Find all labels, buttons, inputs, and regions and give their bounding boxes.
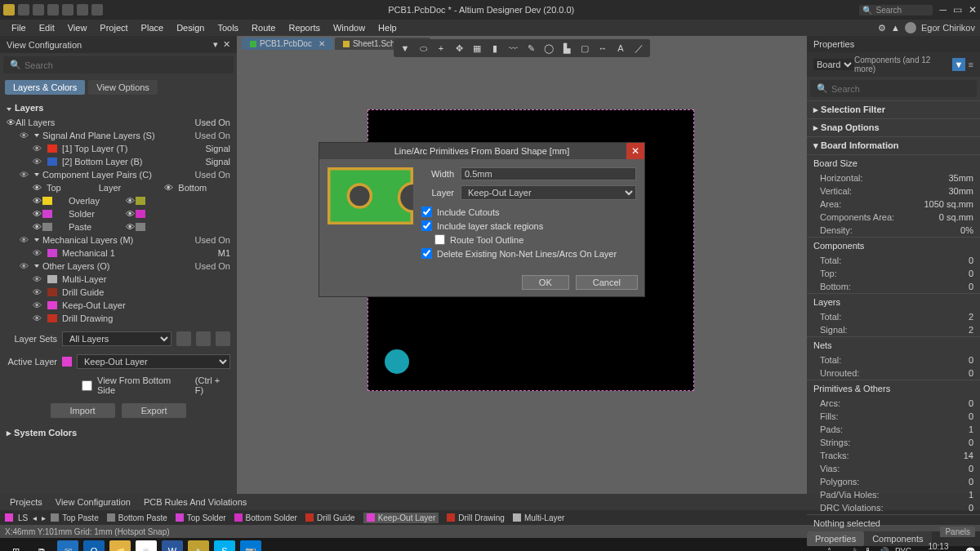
tool-plus-icon[interactable]: + [434,42,448,55]
maximize-button[interactable]: ▭ [953,4,962,16]
tray-notifications-icon[interactable]: 💬 [965,547,975,552]
bottom-tab[interactable]: View Configuration [51,495,136,509]
menu-help[interactable]: Help [372,23,403,33]
tool-text-icon[interactable]: A [614,42,627,55]
export-button[interactable]: Export [122,403,187,418]
layerbar-item[interactable]: Drill Guide [305,513,355,523]
layer-row[interactable]: 👁Drill Guide [7,286,230,299]
start-button[interactable]: ⊞ [5,540,26,551]
layerset-refresh-icon[interactable] [176,331,191,346]
tool-align-icon[interactable]: ▦ [470,42,483,55]
menu-view[interactable]: View [61,23,94,33]
layerbar-right-icon[interactable]: ▸ [42,513,46,522]
layerbar-item[interactable]: Top Paste [51,513,98,523]
object-type-select[interactable]: Board [813,59,854,70]
menu-edit[interactable]: Edit [33,23,61,33]
ok-button[interactable]: OK [522,275,569,290]
layerbar-item[interactable]: Keep-Out Layer [363,513,439,523]
delete-existing-checkbox[interactable] [421,248,432,259]
dialog-close-button[interactable]: ✕ [626,143,644,159]
tool-box-icon[interactable]: ▢ [578,42,591,55]
layerbar-item[interactable]: Drill Drawing [447,513,505,523]
layer-search[interactable]: 🔍 [3,56,234,73]
layerbar-item[interactable]: Top Solder [176,513,226,523]
board-info-section[interactable]: ▾ Board Information [807,136,980,154]
gear-icon[interactable]: ⚙ [878,23,886,33]
layerbar-item[interactable]: Bottom Solder [234,513,297,523]
dialog-title-bar[interactable]: Line/Arc Primitives From Board Shape [mm… [319,143,644,159]
config-tab[interactable]: View Options [88,80,158,95]
tool-draw-icon[interactable]: ✎ [524,42,537,55]
menu-tools[interactable]: Tools [211,23,245,33]
layer-row[interactable]: 👁[2] Bottom Layer (B)Signal [7,155,230,168]
tray-cloud-icon[interactable]: ☁ [838,547,846,552]
redo-icon[interactable] [91,4,103,16]
layer-sets-select[interactable]: All Layers [62,331,172,346]
properties-search-input[interactable] [831,84,970,94]
layer-search-input[interactable] [24,60,227,70]
layer-row[interactable]: 👁Drill Drawing [7,312,230,325]
menu-window[interactable]: Window [327,23,372,33]
tool-line-icon[interactable]: ／ [632,42,645,55]
active-layer-select[interactable]: Keep-Out Layer [77,354,230,369]
new-icon[interactable] [47,4,59,16]
layer-row[interactable]: 👁[1] Top Layer (T)Signal [7,142,230,155]
layerbar-item[interactable]: Multi-Layer [513,513,564,523]
open-icon[interactable] [33,4,44,16]
menu-project[interactable]: Project [93,23,134,33]
layerbar-left-icon[interactable]: ◂ [33,513,37,522]
tool-select-icon[interactable]: ▼ [399,42,412,55]
layerset-delete-icon[interactable] [216,331,230,346]
tray-up-icon[interactable]: ˄ [827,547,831,552]
minimize-button[interactable]: ─ [939,4,947,16]
altium-icon[interactable]: ◗ [188,540,209,551]
notification-icon[interactable]: ▲ [891,23,900,33]
component-layer-group[interactable]: Component Layer Pairs (C) [42,170,152,180]
menu-file[interactable]: File [5,23,33,33]
route-tool-outline-checkbox[interactable] [434,234,445,245]
print-icon[interactable] [62,4,74,16]
filter-icon[interactable]: ▼ [952,58,964,71]
chrome-icon[interactable]: ◉ [136,540,157,551]
camera-icon[interactable]: 📷 [240,540,261,551]
tool-layer-icon[interactable]: ▮ [488,42,501,55]
properties-search[interactable]: 🔍 [810,80,977,97]
taskview-icon[interactable]: ⧉ [31,540,52,551]
tool-circle-icon[interactable]: ◯ [542,42,555,55]
layer-row[interactable]: 👁Mechanical 1M1 [7,247,230,260]
import-button[interactable]: Import [51,403,115,418]
tool-graph-icon[interactable]: ▙ [560,42,573,55]
outlook-icon[interactable]: O [83,540,105,551]
word-icon[interactable]: W [162,540,183,551]
other-layers-group[interactable]: Other Layers (O) [42,261,110,271]
global-search[interactable]: 🔍 Search [859,5,933,16]
signal-plane-group[interactable]: Signal And Plane Layers (S) [42,131,155,140]
bottom-tab[interactable]: Projects [5,495,47,509]
selection-filter-section[interactable]: ▸ Selection Filter [807,100,980,118]
close-button[interactable]: ✕ [969,4,977,16]
snap-options-section[interactable]: ▸ Snap Options [807,118,980,136]
config-tab[interactable]: Layers & Colors [5,80,85,95]
panel-dropdown-icon[interactable]: ▾ [213,39,218,50]
layer-row[interactable]: 👁Multi-Layer [7,273,230,286]
canvas-area[interactable]: PCB1.PcbDoc ✕Sheet1.SchDoc ✕ ▼ ⬭ + ✥ ▦ ▮… [237,36,807,494]
include-cutouts-checkbox[interactable] [421,207,432,217]
user-avatar[interactable] [905,22,916,33]
layers-section[interactable]: Layers [15,103,43,113]
layerset-add-icon[interactable] [196,331,211,346]
width-input[interactable] [461,167,636,180]
panels-button[interactable]: Panels [940,527,975,537]
tool-route-icon[interactable]: 〰 [506,42,519,55]
layer-select[interactable]: Keep-Out Layer [461,185,636,200]
layerbar-item[interactable]: Bottom Paste [107,513,167,523]
menu-reports[interactable]: Reports [282,23,327,33]
tray-network-icon[interactable]: 🖧 [864,547,872,552]
include-stack-regions-checkbox[interactable] [421,220,432,231]
tray-time[interactable]: 10:13 [928,542,948,551]
undo-icon[interactable] [77,4,88,16]
layer-pair-row[interactable]: 👁Paste👁 [7,220,230,233]
mail-icon[interactable]: ✉ [57,540,78,551]
layer-pair-row[interactable]: 👁Solder👁 [7,207,230,220]
save-icon[interactable] [18,4,29,16]
menu-route[interactable]: Route [245,23,282,33]
